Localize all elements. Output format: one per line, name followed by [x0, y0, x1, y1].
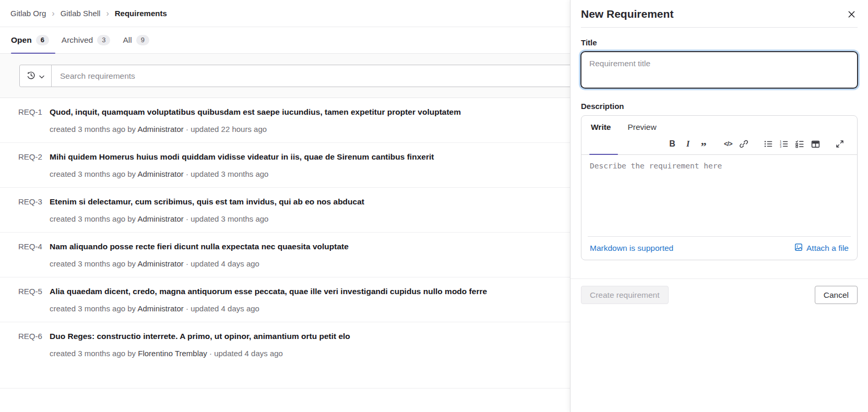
tab-open-label: Open	[11, 35, 32, 45]
requirement-title-link[interactable]: Duo Reges: constructio interrete. A prim…	[50, 332, 350, 341]
markdown-editor-header: Write Preview B I ” </>	[581, 116, 857, 155]
requirement-reference: REQ-1	[18, 107, 50, 116]
tab-archived-count-badge: 3	[97, 35, 110, 45]
tab-write[interactable]: Write	[590, 120, 612, 136]
chevron-down-icon	[39, 71, 44, 80]
drawer-footer: Create requirement Cancel	[570, 278, 868, 311]
breadcrumb-separator-icon: ›	[52, 9, 54, 18]
created-text: created 3 months ago by	[50, 304, 136, 313]
attach-file-label: Attach a file	[806, 244, 849, 253]
author-link[interactable]: Administrator	[137, 214, 183, 223]
updated-text: updated 3 months ago	[191, 169, 268, 178]
requirement-row: REQ-1 Quod, inquit, quamquam voluptatibu…	[0, 98, 570, 143]
task-list-icon	[795, 140, 804, 148]
bulleted-list-button[interactable]	[760, 137, 776, 151]
requirement-reference: REQ-5	[18, 287, 50, 296]
requirement-reference: REQ-6	[18, 332, 50, 341]
tab-all-label: All	[123, 35, 132, 45]
updated-text: updated 4 days ago	[191, 259, 259, 268]
breadcrumb-item-requirements: Requirements	[115, 9, 167, 18]
updated-text: updated 4 days ago	[191, 304, 259, 313]
history-icon	[27, 71, 35, 81]
breadcrumb-separator-icon: ›	[106, 9, 109, 18]
tab-open-count-badge: 6	[36, 35, 49, 45]
requirement-title-link[interactable]: Nam aliquando posse recte fieri dicunt n…	[50, 242, 349, 251]
requirements-state-tabs: Open 6 Archived 3 All 9	[0, 27, 570, 54]
cancel-button[interactable]: Cancel	[815, 286, 858, 304]
search-input[interactable]	[52, 65, 570, 87]
new-requirement-drawer: New Requirement Title Description Write …	[570, 0, 868, 412]
tab-archived[interactable]: Archived 3	[55, 27, 117, 53]
link-button[interactable]	[736, 137, 752, 151]
author-link[interactable]: Administrator	[137, 125, 183, 134]
breadcrumb: Gitlab Org › Gitlab Shell › Requirements	[0, 0, 570, 27]
requirement-meta: created 3 months ago by Administrator · …	[50, 214, 560, 223]
active-tab-indicator	[589, 154, 618, 155]
author-link[interactable]: Administrator	[137, 259, 183, 268]
link-icon	[740, 140, 748, 148]
markdown-footer: Markdown is supported Attach a file	[581, 237, 857, 260]
close-icon	[848, 12, 855, 20]
tab-open[interactable]: Open 6	[11, 27, 55, 53]
requirements-page: Gitlab Org › Gitlab Shell › Requirements…	[0, 0, 570, 412]
table-button[interactable]	[807, 137, 823, 151]
title-field-label: Title	[581, 38, 858, 47]
breadcrumb-item-gitlab-org[interactable]: Gitlab Org	[10, 9, 46, 18]
search-box	[19, 65, 570, 87]
tab-all[interactable]: All 9	[116, 27, 155, 53]
requirement-row: REQ-6 Duo Reges: constructio interrete. …	[0, 322, 570, 389]
requirement-reference: REQ-3	[18, 197, 50, 206]
created-text: created 3 months ago by	[50, 349, 136, 358]
attach-file-button[interactable]: Attach a file	[794, 243, 849, 253]
author-link[interactable]: Administrator	[137, 304, 183, 313]
code-button[interactable]: </>	[720, 137, 736, 151]
drawer-header: New Requirement	[570, 0, 868, 27]
markdown-editor: Write Preview B I ” </>	[581, 115, 858, 260]
filtered-search-bar	[0, 54, 570, 98]
requirement-row: REQ-3 Etenim si delectamur, cum scribimu…	[0, 188, 570, 233]
updated-text: updated 22 hours ago	[191, 125, 267, 134]
requirement-title-link[interactable]: Mihi quidem Homerus huius modi quiddam v…	[50, 152, 434, 162]
author-link[interactable]: Florentino Tremblay	[138, 349, 207, 358]
app-root: Gitlab Org › Gitlab Shell › Requirements…	[0, 0, 868, 412]
numbered-list-icon: 1 2 3	[780, 140, 788, 148]
create-requirement-button[interactable]: Create requirement	[581, 286, 669, 304]
tab-all-count-badge: 9	[136, 35, 149, 45]
breadcrumb-item-gitlab-shell[interactable]: Gitlab Shell	[61, 9, 101, 18]
author-link[interactable]: Administrator	[137, 169, 183, 178]
meta-dot-separator: ·	[186, 214, 188, 223]
requirement-row: REQ-4 Nam aliquando posse recte fieri di…	[0, 233, 570, 277]
created-text: created 3 months ago by	[50, 214, 136, 223]
requirement-reference: REQ-2	[18, 152, 50, 161]
table-icon	[811, 140, 820, 149]
italic-button[interactable]: I	[680, 137, 696, 151]
close-button[interactable]	[846, 8, 858, 20]
updated-text: updated 4 days ago	[214, 349, 283, 358]
created-text: created 3 months ago by	[50, 125, 136, 134]
created-text: created 3 months ago by	[50, 169, 136, 178]
requirement-title-link[interactable]: Quod, inquit, quamquam voluptatibus quib…	[50, 107, 461, 117]
numbered-list-button[interactable]: 1 2 3	[776, 137, 792, 151]
requirement-title-link[interactable]: Etenim si delectamur, cum scribimus, qui…	[50, 197, 364, 207]
quote-icon: ”	[701, 141, 707, 147]
tab-preview[interactable]: Preview	[626, 120, 657, 136]
markdown-toolbar: B I ” </>	[590, 136, 852, 154]
markdown-supported-link[interactable]: Markdown is supported	[590, 244, 673, 253]
drawer-body: Title Description Write Preview B I ” </…	[570, 28, 868, 260]
requirement-title-link[interactable]: Alia quaedam dicent, credo, magna antiqu…	[50, 287, 487, 296]
created-text: created 3 months ago by	[50, 259, 136, 268]
requirement-row: REQ-5 Alia quaedam dicent, credo, magna …	[0, 277, 570, 322]
task-list-button[interactable]	[792, 137, 807, 151]
svg-text:3: 3	[780, 145, 781, 148]
bold-button[interactable]: B	[664, 137, 680, 151]
meta-dot-separator: ·	[186, 169, 188, 178]
requirement-reference: REQ-4	[18, 242, 50, 251]
search-history-dropdown[interactable]	[20, 65, 52, 87]
meta-dot-separator: ·	[186, 259, 188, 268]
media-attach-icon	[794, 243, 803, 253]
full-screen-button[interactable]	[832, 137, 848, 151]
tab-archived-label: Archived	[62, 35, 93, 45]
requirement-title-input[interactable]	[581, 52, 858, 88]
requirement-description-input[interactable]	[581, 155, 857, 236]
quote-button[interactable]: ”	[696, 137, 711, 151]
